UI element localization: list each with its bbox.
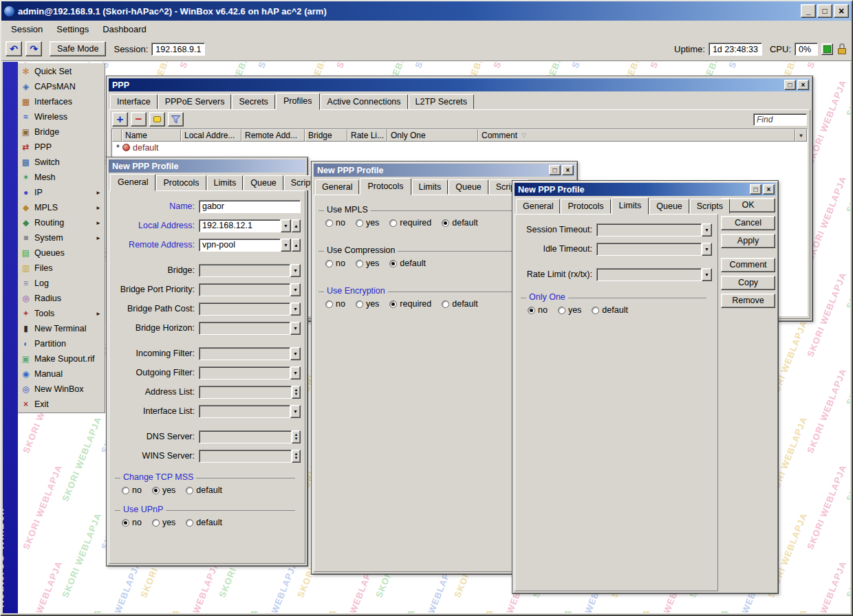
remote-address-input[interactable] bbox=[199, 239, 281, 252]
maximize-button[interactable]: □ bbox=[817, 4, 832, 18]
radio-change-tcp-mss-no[interactable]: no bbox=[122, 485, 142, 495]
dns-server-input[interactable] bbox=[199, 430, 292, 443]
wins-server-input[interactable] bbox=[199, 450, 292, 463]
interface-list-input[interactable] bbox=[199, 405, 290, 418]
radio-only-one-no[interactable]: no bbox=[528, 305, 548, 315]
dlg-general-tab-limits[interactable]: Limits bbox=[207, 175, 244, 190]
dialog-general-titlebar[interactable]: New PPP Profile bbox=[109, 160, 305, 173]
dlg-protocols-tab-queue[interactable]: Queue bbox=[449, 179, 488, 195]
dlg-protocols-tab-general[interactable]: General bbox=[315, 179, 359, 195]
interface-list-dropdown-button[interactable]: ▼ bbox=[290, 405, 301, 418]
radio-use-encryption-yes[interactable]: yes bbox=[356, 299, 379, 309]
menu-dashboard[interactable]: Dashboard bbox=[96, 22, 153, 36]
session-timeout-input[interactable] bbox=[596, 223, 702, 236]
incoming-filter-input[interactable] bbox=[199, 347, 290, 360]
outgoing-filter-input[interactable] bbox=[199, 366, 290, 380]
sidebar-item-bridge[interactable]: ▣Bridge bbox=[18, 124, 105, 140]
idle-timeout-dropdown-button[interactable]: ▼ bbox=[702, 243, 712, 256]
sidebar-item-ip[interactable]: ●IP► bbox=[18, 185, 105, 200]
ppp-tab-pppoe-servers[interactable]: PPPoE Servers bbox=[158, 94, 232, 109]
local-address-dropdown-button[interactable]: ▼ bbox=[281, 219, 291, 232]
dialog-limits-maximize-button[interactable]: □ bbox=[750, 184, 762, 195]
column-name[interactable]: Name bbox=[122, 129, 181, 142]
sidebar-item-interfaces[interactable]: ▦Interfaces bbox=[18, 94, 105, 109]
sidebar-item-manual[interactable]: ◉Manual bbox=[18, 366, 105, 382]
name-input[interactable] bbox=[199, 200, 301, 213]
dlg-limits-tab-limits[interactable]: Limits bbox=[612, 197, 649, 214]
dlg-limits-tab-protocols[interactable]: Protocols bbox=[561, 199, 610, 214]
sidebar-item-log[interactable]: ≡Log bbox=[18, 276, 105, 291]
radio-only-one-default[interactable]: default bbox=[592, 305, 628, 315]
incoming-filter-dropdown-button[interactable]: ▼ bbox=[290, 347, 301, 360]
dialog-protocols-titlebar[interactable]: New PPP Profile □ × bbox=[314, 164, 575, 177]
ppp-maximize-button[interactable]: □ bbox=[784, 80, 796, 90]
sidebar-item-switch[interactable]: ▩Switch bbox=[18, 155, 105, 170]
dlg-limits-tab-general[interactable]: General bbox=[516, 199, 560, 214]
dialog-protocols-close-button[interactable]: × bbox=[562, 165, 574, 175]
bridge-horizon-input[interactable] bbox=[199, 322, 290, 335]
column-comment[interactable]: Comment▽ bbox=[478, 129, 795, 142]
dialog-limits-titlebar[interactable]: New PPP Profile □ × bbox=[515, 183, 776, 196]
add-button[interactable]: + bbox=[112, 112, 128, 126]
radio-use-compression-no[interactable]: no bbox=[325, 258, 345, 268]
cancel-button[interactable]: Cancel bbox=[721, 216, 775, 230]
radio-use-encryption-default[interactable]: default bbox=[442, 299, 478, 309]
remote-address-dropdown-button[interactable]: ▼ bbox=[281, 239, 291, 252]
column-bridge[interactable]: Bridge bbox=[305, 129, 347, 142]
sidebar-item-routing[interactable]: ◆Routing► bbox=[18, 215, 105, 230]
sidebar-item-capsman[interactable]: ◈CAPsMAN bbox=[18, 79, 105, 94]
column-remote-address[interactable]: Remote Add... bbox=[241, 129, 305, 142]
bridge-path-cost-dropdown-button[interactable]: ▼ bbox=[290, 302, 301, 316]
safe-mode-button[interactable]: Safe Mode bbox=[50, 41, 106, 56]
radio-only-one-yes[interactable]: yes bbox=[558, 305, 581, 315]
sidebar-item-new-winbox[interactable]: ◎New WinBox bbox=[18, 382, 105, 397]
dlg-limits-tab-queue[interactable]: Queue bbox=[649, 199, 689, 214]
rate-limit-dropdown-button[interactable]: ▼ bbox=[702, 268, 712, 281]
profile-row-default[interactable]: * default bbox=[112, 142, 807, 153]
remove-button[interactable]: − bbox=[131, 112, 147, 126]
sidebar-item-radius[interactable]: ◎Radius bbox=[18, 291, 105, 306]
bridge-dropdown-button[interactable]: ▼ bbox=[290, 264, 301, 277]
close-button[interactable]: × bbox=[834, 4, 849, 18]
ppp-window-titlebar[interactable]: PPP □ × bbox=[109, 78, 810, 91]
dlg-general-tab-protocols[interactable]: Protocols bbox=[156, 175, 206, 190]
dlg-limits-tab-scripts[interactable]: Scripts bbox=[690, 199, 730, 214]
ppp-tab-secrets[interactable]: Secrets bbox=[232, 94, 274, 109]
bridge-horizon-dropdown-button[interactable]: ▼ bbox=[290, 322, 301, 335]
radio-use-mpls-no[interactable]: no bbox=[325, 218, 345, 228]
ppp-tab-l2tp-secrets[interactable]: L2TP Secrets bbox=[409, 94, 475, 109]
copy-button[interactable]: Copy bbox=[721, 276, 775, 290]
radio-change-tcp-mss-yes[interactable]: yes bbox=[152, 485, 175, 495]
comment-button[interactable] bbox=[149, 112, 165, 126]
radio-use-encryption-no[interactable]: no bbox=[325, 299, 345, 309]
column-rate-limit[interactable]: Rate Li... bbox=[347, 129, 387, 142]
filter-button[interactable] bbox=[168, 112, 184, 126]
sidebar-item-mesh[interactable]: ✶Mesh bbox=[18, 170, 105, 185]
radio-change-tcp-mss-default[interactable]: default bbox=[186, 485, 222, 495]
radio-use-compression-default[interactable]: default bbox=[389, 258, 426, 268]
sidebar-item-system[interactable]: ■System► bbox=[18, 230, 105, 245]
sidebar-item-mpls[interactable]: ◆MPLS► bbox=[18, 200, 105, 215]
sidebar-item-queues[interactable]: ▤Queues bbox=[18, 245, 105, 261]
session-timeout-dropdown-button[interactable]: ▼ bbox=[702, 223, 712, 236]
address-list-input[interactable] bbox=[199, 386, 292, 399]
sidebar-item-tools[interactable]: ✦Tools► bbox=[18, 306, 105, 321]
ppp-close-button[interactable]: × bbox=[797, 80, 809, 90]
sidebar-item-new-terminal[interactable]: ▮New Terminal bbox=[18, 321, 105, 336]
apply-button[interactable]: Apply bbox=[721, 234, 775, 248]
sidebar-item-quick-set[interactable]: ✻Quick Set bbox=[18, 64, 105, 79]
remote-address-collapse-button[interactable]: ▲ bbox=[292, 239, 301, 252]
session-value[interactable]: 192.168.9.1 bbox=[151, 43, 205, 56]
ppp-tab-active-connections[interactable]: Active Connections bbox=[321, 94, 408, 109]
dlg-protocols-tab-protocols[interactable]: Protocols bbox=[360, 178, 411, 195]
rate-limit-input[interactable] bbox=[596, 268, 702, 281]
undo-button[interactable]: ↶ bbox=[6, 41, 22, 56]
radio-use-encryption-required[interactable]: required bbox=[389, 299, 431, 309]
find-input[interactable] bbox=[753, 113, 807, 126]
ppp-tab-profiles[interactable]: Profiles bbox=[276, 93, 320, 110]
radio-use-upnp-yes[interactable]: yes bbox=[152, 518, 175, 527]
dns-server-spinner[interactable]: ▲▼ bbox=[292, 430, 301, 443]
dlg-protocols-tab-limits[interactable]: Limits bbox=[412, 179, 449, 195]
column-local-address[interactable]: Local Addre... bbox=[181, 129, 241, 142]
radio-use-mpls-required[interactable]: required bbox=[389, 218, 431, 228]
